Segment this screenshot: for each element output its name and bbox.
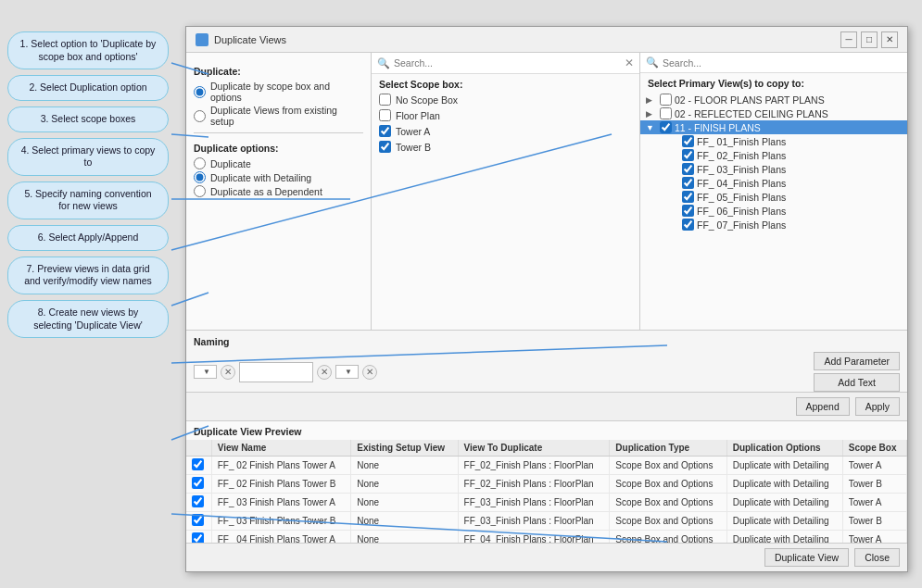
middle-panel: 🔍 ✕ Select Scope box: No Scope Box Floor… bbox=[372, 53, 640, 330]
preview-dupoptions-1: Duplicate with Detailing bbox=[726, 475, 842, 494]
preview-existing-1: None bbox=[351, 475, 458, 494]
preview-row-0[interactable]: FF_ 02 Finish Plans Tower A None FF_02_F… bbox=[186, 457, 907, 475]
preview-checkbox-0[interactable] bbox=[192, 458, 204, 470]
scope-checkbox-3[interactable] bbox=[379, 141, 391, 153]
minimize-button[interactable]: ─ bbox=[840, 31, 857, 48]
naming-dropdown2[interactable]: ▼ bbox=[335, 365, 359, 379]
tree-checkbox-2[interactable] bbox=[660, 121, 672, 133]
scope-item-2[interactable]: Tower A bbox=[372, 123, 639, 139]
tree-label-8: FF_ 06_Finish Plans bbox=[697, 206, 786, 217]
tree-item-7[interactable]: FF_ 05_Finish Plans bbox=[640, 190, 907, 204]
views-search-input[interactable] bbox=[663, 57, 902, 69]
tree-checkbox-1[interactable] bbox=[660, 107, 672, 119]
add-parameter-button[interactable]: Add Parameter bbox=[814, 352, 900, 370]
append-button[interactable]: Append bbox=[796, 397, 850, 416]
dupradio-2[interactable] bbox=[194, 185, 206, 197]
tree-label-3: FF_ 01_Finish Plans bbox=[697, 136, 786, 147]
naming-remove2-button[interactable]: ✕ bbox=[317, 365, 332, 380]
preview-table-wrapper[interactable]: View NameExisting Setup ViewView To Dupl… bbox=[186, 440, 907, 543]
views-label: Select Primary View(s) to copy to: bbox=[640, 73, 907, 91]
tree-item-0[interactable]: ▶ 02 - FLOOR PLANS PART PLANS bbox=[640, 93, 907, 106]
dupradio-0[interactable] bbox=[194, 157, 206, 169]
tree-checkbox-8[interactable] bbox=[682, 205, 694, 217]
preview-row-2[interactable]: FF_ 03 Finish Plans Tower A None FF_03_F… bbox=[186, 494, 907, 512]
dupradio-label-0: Duplicate bbox=[210, 158, 251, 169]
scope-search-input[interactable] bbox=[394, 57, 621, 69]
preview-scope-3: Tower B bbox=[842, 512, 906, 531]
tree-checkbox-9[interactable] bbox=[682, 219, 694, 231]
scope-checkbox-0[interactable] bbox=[379, 94, 391, 106]
tree-checkbox-7[interactable] bbox=[682, 191, 694, 203]
naming-dropdown1[interactable]: ▼ bbox=[194, 365, 217, 379]
tree-item-3[interactable]: FF_ 01_Finish Plans bbox=[640, 134, 907, 148]
apply-row: Append Apply bbox=[186, 392, 907, 420]
preview-duptype-0: Scope Box and Options bbox=[610, 457, 726, 475]
tree-checkbox-0[interactable] bbox=[660, 94, 672, 106]
tree-item-8[interactable]: FF_ 06_Finish Plans bbox=[640, 204, 907, 218]
scope-checkbox-1[interactable] bbox=[379, 109, 391, 121]
preview-scope-0: Tower A bbox=[842, 457, 906, 475]
preview-viewname-2: FF_ 03 Finish Plans Tower A bbox=[211, 494, 350, 512]
scope-checkbox-2[interactable] bbox=[379, 125, 391, 137]
tree-checkbox-3[interactable] bbox=[682, 135, 694, 147]
callout-c5: 5. Specify naming convention for new vie… bbox=[7, 181, 169, 219]
tree-item-9[interactable]: FF_ 07_Finish Plans bbox=[640, 218, 907, 231]
dupradio-1[interactable] bbox=[194, 171, 206, 183]
dup-option-2[interactable]: Duplicate as a Dependent bbox=[194, 185, 363, 197]
dup-option-1[interactable]: Duplicate with Detailing bbox=[194, 171, 363, 183]
tree-item-5[interactable]: FF_ 03_Finish Plans bbox=[640, 162, 907, 176]
tree-checkbox-4[interactable] bbox=[682, 149, 694, 161]
scope-search-clear[interactable]: ✕ bbox=[625, 56, 634, 69]
maximize-button[interactable]: □ bbox=[861, 31, 878, 48]
callout-c3: 3. Select scope boxes bbox=[7, 106, 169, 132]
views-search-bar[interactable]: 🔍 bbox=[640, 53, 907, 73]
preview-row-4[interactable]: FF_ 04 Finish Plans Tower A None FF_04_F… bbox=[186, 531, 907, 544]
radio-1[interactable] bbox=[194, 110, 206, 122]
scope-search-bar[interactable]: 🔍 ✕ bbox=[372, 53, 639, 74]
tree-label-1: 02 - REFLECTED CEILING PLANS bbox=[675, 108, 828, 119]
radio-0[interactable] bbox=[194, 86, 206, 98]
close-window-button[interactable]: ✕ bbox=[881, 31, 898, 48]
tree-item-6[interactable]: FF_ 04_Finish Plans bbox=[640, 176, 907, 190]
tree-checkbox-5[interactable] bbox=[682, 163, 694, 175]
callout-c6: 6. Select Apply/Append bbox=[7, 225, 169, 251]
preview-checkbox-1[interactable] bbox=[192, 477, 204, 489]
tree-chevron-0: ▶ bbox=[646, 95, 657, 105]
naming-remove3-button[interactable]: ✕ bbox=[362, 365, 377, 380]
duplicate-option-1[interactable]: Duplicate Views from existing setup bbox=[194, 105, 363, 127]
dialog-title-text: Duplicate Views bbox=[214, 34, 286, 45]
callout-c1: 1. Select option to 'Duplicate by scope … bbox=[7, 31, 169, 69]
preview-duplicate-4: FF_04_Finish Plans : FloorPlan bbox=[458, 531, 610, 544]
preview-header: View NameExisting Setup ViewView To Dupl… bbox=[186, 440, 907, 457]
preview-section: Duplicate View Preview View NameExisting… bbox=[186, 421, 907, 543]
scope-item-1[interactable]: Floor Plan bbox=[372, 107, 639, 123]
tree-checkbox-6[interactable] bbox=[682, 177, 694, 189]
scope-search-icon: 🔍 bbox=[377, 57, 390, 69]
tree-item-1[interactable]: ▶ 02 - REFLECTED CEILING PLANS bbox=[640, 106, 907, 120]
bottom-bar: Duplicate View Close bbox=[186, 543, 907, 571]
tree-item-2[interactable]: ▼ 11 - FINISH PLANS bbox=[640, 120, 907, 134]
preview-checkbox-4[interactable] bbox=[192, 532, 204, 543]
duplicate-option-0[interactable]: Duplicate by scope box and options bbox=[194, 81, 363, 103]
preview-row-1[interactable]: FF_ 02 Finish Plans Tower B None FF_02_F… bbox=[186, 475, 907, 494]
tree-item-4[interactable]: FF_ 02_Finish Plans bbox=[640, 148, 907, 162]
preview-col-3: View To Duplicate bbox=[458, 440, 610, 457]
dialog-titlebar: Duplicate Views ─ □ ✕ bbox=[186, 27, 907, 53]
preview-checkbox-3[interactable] bbox=[192, 514, 204, 526]
preview-viewname-0: FF_ 02 Finish Plans Tower A bbox=[211, 457, 350, 475]
apply-button[interactable]: Apply bbox=[855, 397, 900, 416]
preview-row-3[interactable]: FF_ 03 Finish Plans Tower B None FF_03_F… bbox=[186, 512, 907, 531]
naming-remove1-button[interactable]: ✕ bbox=[221, 365, 235, 380]
preview-scope-1: Tower B bbox=[842, 475, 906, 494]
naming-separator-input[interactable] bbox=[239, 362, 313, 382]
add-text-button[interactable]: Add Text bbox=[814, 373, 900, 392]
duplicate-view-button[interactable]: Duplicate View bbox=[764, 548, 849, 567]
scope-item-3[interactable]: Tower B bbox=[372, 139, 639, 155]
dialog-upper: Duplicate: Duplicate by scope box and op… bbox=[186, 53, 907, 331]
preview-checkbox-2[interactable] bbox=[192, 495, 204, 507]
close-button[interactable]: Close bbox=[854, 548, 900, 567]
callout-c8: 8. Create new views by selecting 'Duplic… bbox=[7, 300, 169, 338]
preview-scope-4: Tower A bbox=[842, 531, 906, 544]
dup-option-0[interactable]: Duplicate bbox=[194, 157, 363, 169]
scope-item-0[interactable]: No Scope Box bbox=[372, 92, 639, 107]
